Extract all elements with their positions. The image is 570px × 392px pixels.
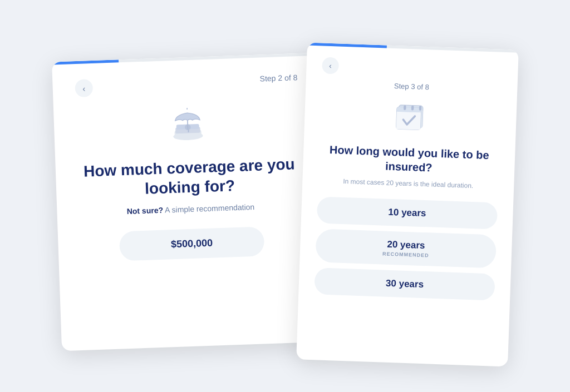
step-label-step2: Step 2 of 8 [92,73,297,89]
question-title-step2: How much coverage are you looking for? [77,154,301,201]
calendar-icon [392,98,429,135]
recommended-label: RECOMMENDED [329,249,483,260]
option-30-years-label: 30 years [386,277,424,289]
back-button-step3[interactable]: ‹ [322,57,339,74]
question-title-step3: How long would you like to be insured? [318,142,500,177]
option-10-years[interactable]: 10 years [317,196,498,229]
option-30-years[interactable]: 30 years [314,267,495,300]
card-step2: ‹ Step 2 of 8 [52,52,329,350]
coverage-icon [165,103,211,146]
card-step3: ‹ Step 3 of 8 [296,42,519,366]
step-label-step3: Step 3 of 8 [394,82,429,91]
subtitle-step3: In most cases 20 years is the ideal dura… [343,176,474,190]
subtitle-step2: Not sure? A simple recommendation [126,202,254,215]
coverage-option[interactable]: $500,000 [119,226,265,261]
option-20-years[interactable]: 20 years RECOMMENDED [315,229,497,268]
svg-line-5 [188,120,188,129]
svg-rect-9 [396,111,420,130]
scene: ‹ Step 2 of 8 [57,35,513,358]
option-10-years-label: 10 years [388,206,426,218]
option-20-years-label: 20 years [387,239,425,250]
back-button-step2[interactable]: ‹ [75,79,93,97]
